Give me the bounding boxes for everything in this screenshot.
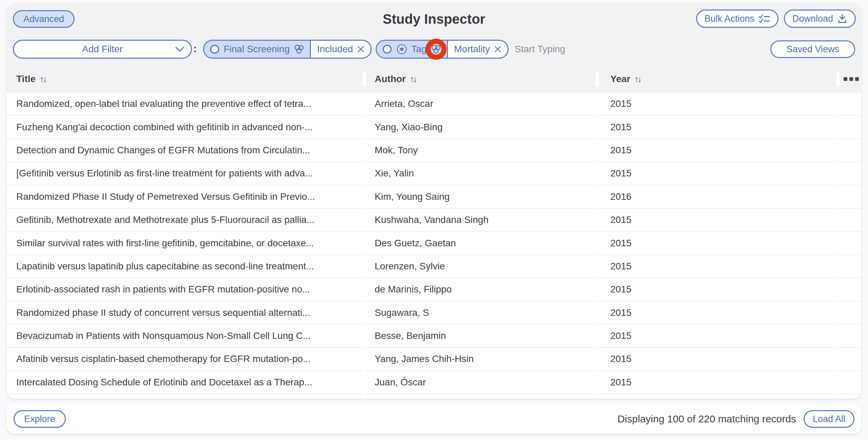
filter-search-input[interactable] <box>515 44 616 55</box>
add-filter-dropdown[interactable]: Add Filter <box>13 40 192 59</box>
row-author: Des Guetz, Gaetan <box>375 238 456 249</box>
filter-chip-key[interactable]: Tag <box>377 41 448 58</box>
table-header: Title ↑↓ Author ↑↓ Year ↑↓ <box>7 65 861 93</box>
saved-views-button[interactable]: Saved Views <box>770 40 855 58</box>
row-author: Mok, Tony <box>375 145 418 156</box>
table-row[interactable]: Bevacizumab in Patients with Nonsquamous… <box>7 325 861 348</box>
column-resize-handle[interactable] <box>363 71 366 87</box>
table-row[interactable]: Detection and Dynamic Changes of EGFR Mu… <box>7 139 861 162</box>
row-title: Randomized Phase II Study of Pemetrexed … <box>16 191 315 202</box>
row-year: 2016 <box>610 191 631 202</box>
load-all-button[interactable]: Load All <box>804 410 854 428</box>
row-year: 2015 <box>610 307 631 318</box>
filter-chip-tag: Tag Mortality <box>376 40 509 59</box>
row-year: 2015 <box>610 377 631 388</box>
table-row[interactable]: Gefitinib, Methotrexate and Methotrexate… <box>7 209 861 232</box>
download-button[interactable]: Download <box>784 9 856 28</box>
sort-icon: ↑↓ <box>410 74 416 84</box>
row-title: Fuzheng Kang'ai decoction combined with … <box>16 122 313 133</box>
row-title: Randomized, open-label trial evaluating … <box>16 98 311 109</box>
row-title: Intercalated Dosing Schedule of Erlotini… <box>16 377 312 388</box>
status-circle-icon <box>210 44 220 54</box>
column-header-author[interactable]: Author ↑↓ <box>375 74 416 84</box>
table-row[interactable]: Similar survival rates with first-line g… <box>7 232 861 255</box>
table-row[interactable]: Afatinib versus cisplatin-based chemothe… <box>7 348 861 371</box>
row-year: 2015 <box>610 122 631 133</box>
column-divider <box>836 93 840 399</box>
table-row[interactable]: Randomized phase II study of concurrent … <box>7 302 861 325</box>
row-author: Arrieta, Oscar <box>375 98 433 109</box>
close-icon[interactable] <box>357 45 364 53</box>
table-row[interactable]: Lapatinib versus lapatinib plus capecita… <box>7 255 861 278</box>
row-title: Erlotinib-associated rash in patients wi… <box>16 284 310 295</box>
bulk-actions-button[interactable]: Bulk Actions <box>696 9 778 28</box>
row-year: 2015 <box>610 238 631 249</box>
filter-chip-value: Included <box>311 41 371 58</box>
explore-button[interactable]: Explore <box>14 410 66 428</box>
row-title: Afatinib versus cisplatin-based chemothe… <box>16 353 311 364</box>
row-author: Juan, Óscar <box>375 377 426 388</box>
row-author: Besse, Benjamin <box>375 330 446 341</box>
row-author: Lorenzen, Sylvie <box>375 261 445 272</box>
row-year: 2015 <box>610 261 631 272</box>
asterisk-circle-icon <box>396 44 407 55</box>
row-year: 2015 <box>610 98 631 109</box>
status-circle-icon <box>382 44 392 54</box>
filter-bar: Add Filter : Final Screening <box>7 36 861 63</box>
row-year: 2015 <box>610 145 631 156</box>
row-year: 2015 <box>610 214 631 225</box>
close-icon[interactable] <box>494 45 501 53</box>
row-title: Similar survival rates with first-line g… <box>16 238 314 249</box>
row-author: Yang, James Chih-Hsin <box>375 353 474 364</box>
table-row[interactable]: Randomized Phase II Study of Pemetrexed … <box>7 186 861 209</box>
multi-circle-group-icon <box>294 44 304 54</box>
column-header-title[interactable]: Title ↑↓ <box>16 74 46 84</box>
row-year: 2015 <box>610 353 631 364</box>
row-title: Detection and Dynamic Changes of EGFR Mu… <box>16 145 310 156</box>
column-header-year[interactable]: Year ↑↓ <box>610 74 640 84</box>
record-count-status: Displaying 100 of 220 matching records <box>617 413 796 425</box>
row-title: Randomized phase II study of concurrent … <box>16 307 310 318</box>
row-author: Sugawara, S <box>375 307 429 318</box>
table-row[interactable]: [Gefitinib versus Erlotinib as first-lin… <box>7 162 861 185</box>
footer-right: Displaying 100 of 220 matching records L… <box>617 410 854 428</box>
advanced-button[interactable]: Advanced <box>13 10 75 28</box>
footer-bar: Explore Displaying 100 of 220 matching r… <box>7 404 861 434</box>
row-author: Xie, Yalin <box>375 168 414 179</box>
column-divider <box>363 93 366 399</box>
row-title: Bevacizumab in Patients with Nonsquamous… <box>16 330 311 341</box>
more-columns-button[interactable] <box>844 77 859 81</box>
sort-icon: ↑↓ <box>40 74 46 84</box>
row-title: [Gefitinib versus Erlotinib as first-lin… <box>16 168 313 179</box>
row-author: Yang, Xiao-Bing <box>375 122 442 133</box>
column-resize-handle[interactable] <box>596 71 599 87</box>
row-author: de Marinis, Filippo <box>375 284 452 295</box>
filter-chip-key[interactable]: Final Screening <box>204 41 311 58</box>
table-row[interactable]: Randomized, open-label trial evaluating … <box>7 93 861 116</box>
page-title: Study Inspector <box>383 12 485 27</box>
multi-circle-group-icon[interactable] <box>431 44 441 54</box>
row-author: Kim, Young Saing <box>375 191 450 202</box>
table-row[interactable]: Intercalated Dosing Schedule of Erlotini… <box>7 371 861 394</box>
chevron-down-icon <box>175 47 184 52</box>
row-year: 2015 <box>610 330 631 341</box>
top-bar: Advanced Study Inspector Bulk Actions <box>7 3 861 36</box>
checklist-icon <box>758 14 770 23</box>
column-divider <box>596 93 599 399</box>
row-title: Gefitinib, Methotrexate and Methotrexate… <box>16 214 314 225</box>
filter-chip-final-screening: Final Screening Included <box>203 40 372 59</box>
page-background: Advanced Study Inspector Bulk Actions <box>0 0 868 440</box>
filter-chip-value: Mortality <box>448 41 508 58</box>
table-row[interactable]: Erlotinib-associated rash in patients wi… <box>7 278 861 301</box>
top-right-actions: Bulk Actions Download <box>696 9 856 28</box>
filter-separator: : <box>193 42 197 55</box>
download-icon <box>837 14 847 24</box>
row-year: 2015 <box>610 284 631 295</box>
table-row[interactable]: Fuzheng Kang'ai decoction combined with … <box>7 116 861 139</box>
row-author: Kushwaha, Vandana Singh <box>375 214 489 225</box>
row-year: 2015 <box>610 168 631 179</box>
study-inspector-panel: Advanced Study Inspector Bulk Actions <box>7 3 861 399</box>
column-resize-handle[interactable] <box>836 71 840 87</box>
row-title: Lapatinib versus lapatinib plus capecita… <box>16 261 314 272</box>
sort-icon: ↑↓ <box>634 74 640 84</box>
